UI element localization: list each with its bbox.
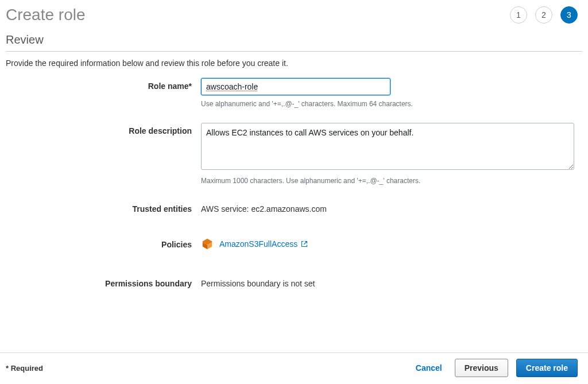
policy-link[interactable]: AmazonS3FullAccess: [219, 239, 308, 249]
section-title: Review: [0, 25, 588, 51]
external-link-icon: [301, 241, 308, 247]
role-name-help: Use alphanumeric and '+=,.@-_' character…: [201, 100, 580, 108]
create-role-button[interactable]: Create role: [516, 359, 578, 377]
step-2[interactable]: 2: [535, 6, 552, 24]
policy-link-text: AmazonS3FullAccess: [219, 239, 297, 249]
permissions-boundary-value: Permissions boundary is not set: [201, 276, 580, 288]
permissions-boundary-label: Permissions boundary: [6, 276, 201, 288]
step-indicator: 1 2 3: [510, 6, 578, 24]
previous-button[interactable]: Previous: [455, 359, 508, 377]
policy-box-icon: [201, 238, 214, 250]
policies-label: Policies: [6, 236, 201, 249]
cancel-button[interactable]: Cancel: [411, 360, 447, 376]
role-name-input[interactable]: [201, 78, 390, 95]
instruction-text: Provide the required information below a…: [0, 57, 588, 78]
role-description-label: Role description: [6, 123, 201, 135]
role-name-label: Role name*: [6, 78, 201, 91]
trusted-entities-value: AWS service: ec2.amazonaws.com: [201, 201, 580, 214]
step-3[interactable]: 3: [560, 6, 578, 24]
step-1[interactable]: 1: [510, 6, 527, 24]
trusted-entities-label: Trusted entities: [6, 201, 201, 214]
page-title: Create role: [6, 6, 86, 24]
required-note: * Required: [6, 364, 43, 373]
role-description-help: Maximum 1000 characters. Use alphanumeri…: [201, 177, 580, 185]
role-description-input[interactable]: [201, 123, 574, 170]
divider: [6, 51, 582, 52]
